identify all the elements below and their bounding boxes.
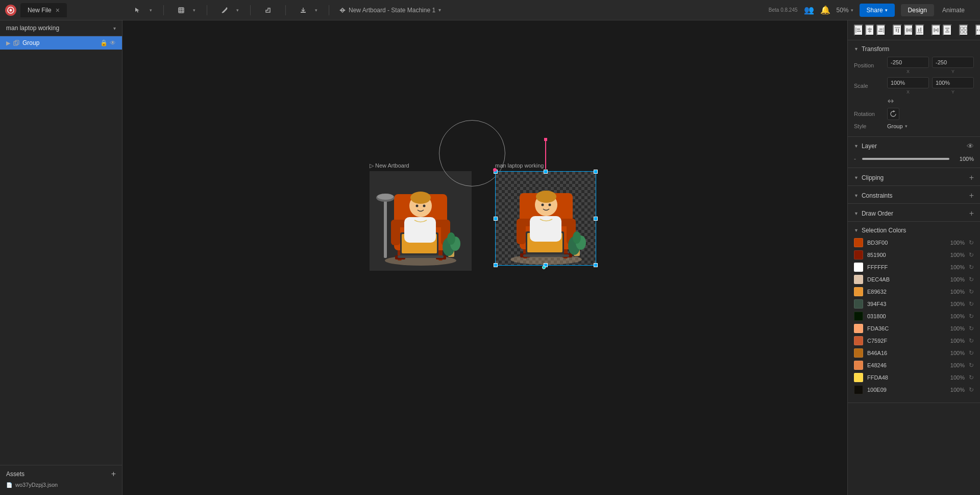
tab-close-button[interactable]: × <box>56 6 60 14</box>
clipping-section: ▼ Clipping + <box>848 168 980 186</box>
layer-lock-button[interactable]: 🔒 <box>100 39 108 46</box>
app-logo[interactable] <box>5 5 16 16</box>
align-top-button[interactable] <box>893 25 902 36</box>
assets-add-button[interactable]: + <box>111 469 116 479</box>
color-item-3[interactable]: DEC4AB 100% ↻ <box>854 275 974 284</box>
color-edit-btn-2[interactable]: ↻ <box>969 264 974 271</box>
color-item-5[interactable]: 394F43 100% ↻ <box>854 299 974 309</box>
color-item-12[interactable]: 100E09 100% ↻ <box>854 385 974 394</box>
pen-tool[interactable] <box>217 3 232 17</box>
color-item-8[interactable]: C7592F 100% ↻ <box>854 336 974 345</box>
move-tool[interactable] <box>131 3 145 17</box>
color-item-6[interactable]: 031800 100% ↻ <box>854 312 974 321</box>
color-edit-btn-4[interactable]: ↻ <box>969 288 974 295</box>
handle-top-right[interactable] <box>594 170 598 174</box>
color-opacity-8: 100% <box>946 338 965 344</box>
frame-tool-dropdown[interactable]: ▾ <box>191 3 197 17</box>
align-middle-button[interactable] <box>904 25 913 36</box>
color-opacity-1: 100% <box>946 252 965 258</box>
distribute-v-button[interactable] <box>943 25 952 36</box>
selection-colors-header[interactable]: ▼ Selection Colors <box>848 222 980 237</box>
clipping-section-header[interactable]: ▼ Clipping + <box>848 168 980 185</box>
color-item-2[interactable]: FFFFFF 100% ↻ <box>854 263 974 272</box>
layer-panel-arrow[interactable]: ▾ <box>113 26 116 31</box>
align-right-button[interactable] <box>876 25 886 36</box>
clipping-add-button[interactable]: + <box>969 173 974 182</box>
topbar-toolbar: ▾ ▾ ▾ <box>122 3 761 17</box>
opacity-slider[interactable] <box>862 158 949 160</box>
color-hex-9: B46A16 <box>867 350 942 356</box>
color-edit-btn-9[interactable]: ↻ <box>969 349 974 357</box>
scale-x-input[interactable] <box>887 77 929 88</box>
scale-link-icon[interactable] <box>887 98 894 105</box>
color-edit-btn-12[interactable]: ↻ <box>969 386 974 393</box>
align-left-button[interactable] <box>854 25 863 36</box>
more-align-button[interactable] <box>975 25 980 36</box>
color-edit-btn-1[interactable]: ↻ <box>969 251 974 258</box>
community-icon[interactable]: 👥 <box>804 5 814 15</box>
artboard-selector[interactable]: New Artboard - State Machine 1 ▾ <box>339 7 441 14</box>
color-edit-btn-5[interactable]: ↻ <box>969 300 974 308</box>
layer-visibility-button[interactable]: 👁 <box>110 39 116 46</box>
color-item-7[interactable]: FDA36C 100% ↻ <box>854 324 974 333</box>
style-dropdown-icon[interactable]: ▾ <box>905 124 908 129</box>
tidy-button[interactable] <box>959 25 968 36</box>
selected-group[interactable] <box>495 171 596 266</box>
constraints-add-button[interactable]: + <box>969 191 974 200</box>
handle-bottom-left[interactable] <box>494 263 498 267</box>
file-tab[interactable]: New File × <box>20 3 67 17</box>
pen-tool-dropdown[interactable]: ▾ <box>235 3 240 17</box>
draw-order-section-header[interactable]: ▼ Draw Order + <box>848 204 980 221</box>
scale-label: Scale <box>854 83 887 89</box>
export-tool[interactable] <box>296 3 310 17</box>
notification-icon[interactable]: 🔔 <box>820 5 830 15</box>
rotation-icon[interactable] <box>887 108 899 120</box>
color-item-11[interactable]: FFDA48 100% ↻ <box>854 373 974 382</box>
handle-top-mid[interactable] <box>544 170 548 174</box>
color-item-10[interactable]: E48246 100% ↻ <box>854 361 974 370</box>
share-button[interactable]: Share ▾ <box>860 4 895 17</box>
design-mode-tab[interactable]: Design <box>901 4 934 16</box>
position-y-input[interactable] <box>932 57 974 68</box>
main-layout: man laptop working ▾ ▶ Group 🔒 👁 Assets … <box>0 20 980 495</box>
animate-mode-tab[interactable]: Animate <box>935 4 972 16</box>
frame-tool[interactable] <box>174 3 188 17</box>
color-item-9[interactable]: B46A16 100% ↻ <box>854 348 974 358</box>
color-edit-btn-10[interactable]: ↻ <box>969 362 974 369</box>
color-edit-btn-0[interactable]: ↻ <box>969 239 974 246</box>
move-tool-dropdown[interactable]: ▾ <box>148 3 153 17</box>
export-dropdown[interactable]: ▾ <box>313 3 318 17</box>
constraints-section-header[interactable]: ▼ Constraints + <box>848 186 980 203</box>
constraints-section-title: Constraints <box>862 192 893 199</box>
svg-rect-25 <box>398 255 444 258</box>
canvas-area[interactable]: ▷ New Artboard <box>122 20 847 495</box>
transform-section-header[interactable]: ▼ Transform <box>848 40 980 56</box>
color-edit-btn-8[interactable]: ↻ <box>969 337 974 344</box>
layer-section-header[interactable]: ▼ Layer 👁 <box>848 137 980 153</box>
zoom-control[interactable]: 50% ▾ <box>837 7 853 14</box>
color-item-0[interactable]: BD3F00 100% ↻ <box>854 238 974 247</box>
color-edit-btn-7[interactable]: ↻ <box>969 325 974 332</box>
align-bottom-button[interactable] <box>915 25 924 36</box>
handle-bottom-right[interactable] <box>594 263 598 267</box>
scale-tool[interactable] <box>261 3 275 17</box>
color-edit-btn-11[interactable]: ↻ <box>969 374 974 381</box>
layer-eye-button[interactable]: 👁 <box>967 142 974 150</box>
scale-y-input[interactable] <box>932 77 974 88</box>
color-edit-btn-3[interactable]: ↻ <box>969 276 974 283</box>
handle-mid-left[interactable] <box>494 217 498 221</box>
color-edit-btn-6[interactable]: ↻ <box>969 313 974 320</box>
scale-link-row <box>887 98 974 105</box>
color-item-1[interactable]: 851900 100% ↻ <box>854 250 974 260</box>
handle-mid-right[interactable] <box>594 217 598 221</box>
transform-collapse-icon: ▼ <box>854 46 859 52</box>
color-item-4[interactable]: E89632 100% ↻ <box>854 287 974 296</box>
distribute-h-button[interactable] <box>932 25 941 36</box>
asset-item-0[interactable]: 📄 wo37yDzpj3.json <box>6 479 116 491</box>
position-x-input[interactable] <box>887 57 929 68</box>
draw-order-add-button[interactable]: + <box>969 209 974 218</box>
group-layer-item[interactable]: ▶ Group 🔒 👁 <box>0 36 122 50</box>
rotation-handle[interactable] <box>544 138 547 169</box>
align-center-h-button[interactable] <box>865 25 874 36</box>
svg-rect-66 <box>868 31 871 32</box>
